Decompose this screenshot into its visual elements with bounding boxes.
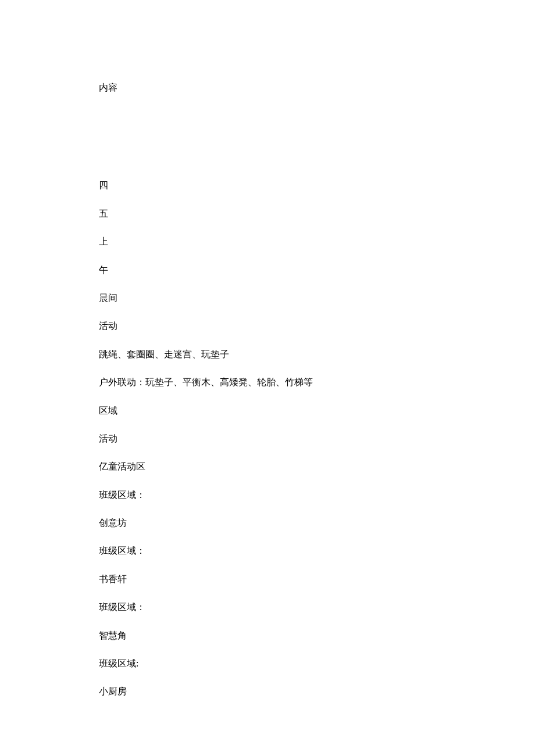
text-line: 小厨房 [99,685,535,698]
text-line: 区域 [99,404,535,417]
text-line: 班级区域： [99,489,535,501]
text-line: 创意坊 [99,517,535,529]
text-line: 午 [99,264,535,277]
text-line: 班级区域: [99,657,535,670]
text-line: 内容 [99,81,535,94]
document-page: 内容 四 五 上 午 晨间 活动 跳绳、套圈圈、走迷宫、玩垫子 户外联动：玩垫子… [0,0,535,698]
text-line: 晨间 [99,292,535,304]
text-line: 四 [99,179,535,192]
blank-gap [99,109,535,179]
text-line: 班级区域： [99,544,535,557]
text-line: 书香轩 [99,573,535,586]
text-line: 智慧角 [99,629,535,642]
text-line: 户外联动：玩垫子、平衡木、高矮凳、轮胎、竹梯等 [99,376,535,389]
text-line: 班级区域： [99,601,535,614]
text-line: 活动 [99,320,535,332]
text-line: 五 [99,207,535,220]
text-line: 亿童活动区 [99,460,535,473]
text-line: 跳绳、套圈圈、走迷宫、玩垫子 [99,348,535,361]
text-line: 活动 [99,432,535,445]
text-line: 上 [99,235,535,248]
